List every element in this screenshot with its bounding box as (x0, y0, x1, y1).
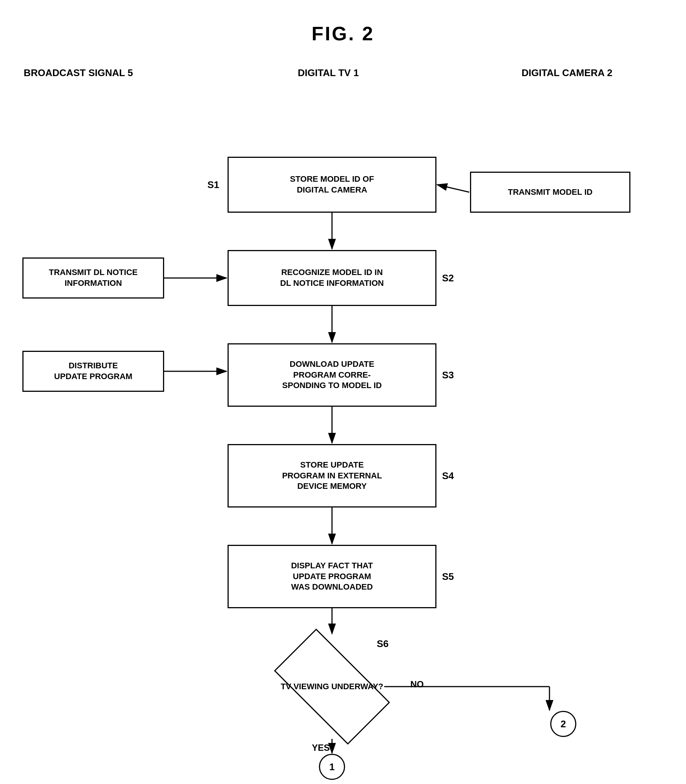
transmit-dl-box: TRANSMIT DL NOTICE INFORMATION (22, 257, 164, 298)
s3-box: DOWNLOAD UPDATE PROGRAM CORRE- SPONDING … (227, 343, 436, 407)
connector-2: 2 (550, 711, 577, 737)
no-label: NO (410, 679, 424, 690)
s4-label: S4 (442, 470, 454, 482)
yes-label: YES (312, 743, 330, 753)
transmit-model-id-box: TRANSMIT MODEL ID (470, 172, 630, 213)
s5-label: S5 (442, 571, 454, 583)
svg-line-9 (437, 185, 469, 192)
camera-header: DIGITAL CAMERA 2 (496, 67, 638, 79)
s5-box: DISPLAY FACT THAT UPDATE PROGRAM WAS DOW… (227, 545, 436, 608)
tv-header: DIGITAL TV 1 (272, 67, 384, 79)
s1-box: STORE MODEL ID OF DIGITAL CAMERA (227, 157, 436, 213)
broadcast-header: BROADCAST SIGNAL 5 (22, 67, 134, 79)
s1-label: S1 (207, 179, 219, 191)
s3-label: S3 (442, 370, 454, 381)
s6-diamond-text: TV VIEWING UNDERWAY? (280, 634, 384, 739)
distribute-update-box: DISTRIBUTE UPDATE PROGRAM (22, 351, 164, 392)
diagram-container: BROADCAST SIGNAL 5 DIGITAL TV 1 DIGITAL … (0, 67, 686, 784)
connector-1: 1 (319, 754, 345, 780)
s4-box: STORE UPDATE PROGRAM IN EXTERNAL DEVICE … (227, 444, 436, 507)
page-title: FIG. 2 (0, 0, 686, 67)
s2-box: RECOGNIZE MODEL ID IN DL NOTICE INFORMAT… (227, 250, 436, 306)
s2-label: S2 (442, 272, 454, 284)
